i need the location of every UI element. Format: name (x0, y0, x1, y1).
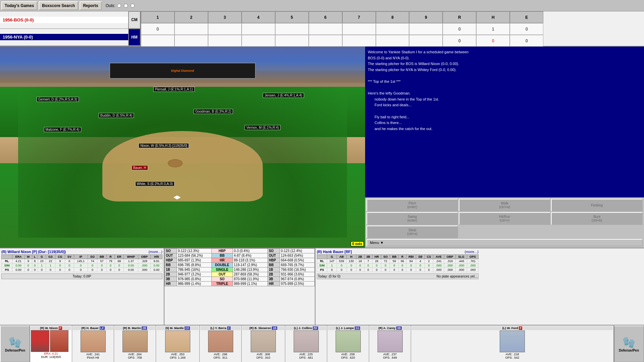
b-sim-hr: 0 (372, 263, 381, 268)
menu-button[interactable]: Menu ▼ (366, 239, 643, 246)
walk-button[interactable]: Walk (ctrl+w) (459, 199, 550, 212)
b-rl-hr: 26 (372, 259, 381, 263)
bh-rbi: RBI (406, 255, 416, 259)
pitcher-header-row: (R) Willard Nixon [P] (Dur: [119|35/0]) … (1, 250, 162, 254)
bh-obp: OBP (444, 255, 456, 259)
mantle-ops: OPS: 1.169 (170, 356, 186, 359)
defense-pen-left[interactable]: 🧤 Defense/Pen (0, 325, 30, 362)
b-sim-cs: 0 (425, 263, 433, 268)
b-rl-2b: 18 (356, 259, 364, 263)
right-panel: Welcome to Yankee Stadium I for a schedu… (365, 47, 644, 248)
p-rl-ip: 145.1 (74, 259, 88, 263)
lumpe-ave: AVE: .258 (341, 353, 355, 356)
hm-button[interactable]: HM (128, 29, 140, 46)
pitcher-more[interactable]: (more...) (148, 250, 162, 254)
nya-team-name: 1956-NYA (0-0) (0, 34, 128, 40)
p-ps-label: PS (2, 268, 12, 272)
nya-inn-3 (208, 35, 242, 47)
stadium-score-display: Digital Diamond (171, 69, 194, 72)
player-piersall: Piersall, J (E:1%,R:1,A:1) (153, 87, 195, 92)
collins-ave: AVE: .225 (299, 353, 313, 356)
inn-header-R: R (443, 11, 476, 23)
inn-header-9: 9 (409, 11, 443, 23)
berra-photo (208, 330, 233, 352)
bos-inn-2 (175, 23, 208, 35)
pitch-prob-panel: SO0-122 (12.3%)HBP0-3 (0.4%)SO0-123 (12.… (164, 248, 315, 325)
nya-inn-5 (275, 35, 309, 47)
nya-score-r: 0 (443, 35, 476, 47)
nya-team-row: 1956-NYA (0-0) HM (0, 29, 140, 46)
b-sim-h: 0 (346, 263, 356, 268)
bos-inn-3 (208, 23, 242, 35)
p-ps-so: 0 (88, 268, 97, 272)
reports-button[interactable]: Reports (80, 1, 101, 10)
cm-button[interactable]: CM (128, 11, 140, 28)
b-ps-h: 0 (346, 268, 356, 272)
ph-bb: BB (97, 255, 107, 259)
batter-stats-table: G AB H 2B 3B HR SO BB R RBI SB CS AVE OB… (317, 254, 479, 272)
p-sim-whip: 0.00 (124, 263, 138, 268)
nixon-photo2 (50, 330, 68, 352)
b-rl-3b: 7 (364, 259, 372, 263)
fielding-button[interactable]: Fielding (551, 199, 643, 212)
boxscore-search-button[interactable]: Boxscore Search (39, 1, 78, 10)
batter-rl-row: RL 147 539 130 18 7 26 72 59 96 84 4 2 .… (317, 259, 479, 263)
lumpe-ops: OPS: .620 (341, 356, 355, 359)
collins-photo (294, 330, 319, 352)
p-ps-bb: 0 (97, 268, 107, 272)
ph-ip: IP (74, 255, 88, 259)
score-area: 1956-BOS (0-0) CM 1956-NYA (0-0) HM 1 2 … (0, 11, 644, 47)
player-goodman: Goodman, B (E:3%,R:2) (194, 109, 233, 114)
commentary-panel: Welcome to Yankee Stadium I for a schedu… (365, 47, 478, 197)
pitch-button[interactable]: Pitch (enter) (366, 199, 458, 212)
p-rl-w: 9 (24, 259, 32, 263)
b-rl-cs: 2 (425, 259, 433, 263)
bauer-ave: AVE: .241 (86, 353, 100, 356)
inn-header-3: 3 (208, 11, 242, 23)
b-rl-bb: 59 (390, 259, 399, 263)
inn-header-7: 7 (342, 11, 376, 23)
action-grid: Pitch (enter) Walk (ctrl+w) Fielding Swi… (366, 199, 643, 238)
p-ps-cg: 0 (55, 268, 65, 272)
bh-so: SO (381, 255, 390, 259)
innings-grid: 1 2 3 4 5 6 7 8 9 R H E 0 0 1 0 (141, 11, 644, 46)
bh-h: H (346, 255, 356, 259)
defense-pen-right[interactable]: 🧤 Defense/Pen (614, 325, 644, 362)
ph-er: ER (115, 255, 124, 259)
bos-team-row: 1956-BOS (0-0) CM (0, 11, 140, 29)
hitrun-button[interactable]: Hit/Run (ctrl+r) (459, 212, 550, 225)
p-sim-obp: .000 (138, 263, 151, 268)
b-rl-h: 130 (346, 259, 356, 263)
swing-button[interactable]: Swing (enter) (366, 212, 458, 225)
carey-name-tag: (R) A. Carey 3B (370, 326, 410, 330)
ph-r: R (107, 255, 115, 259)
inn-header-8: 8 (376, 11, 409, 23)
bh-g: G (327, 255, 337, 259)
batter-headers: G AB H 2B 3B HR SO BB R RBI SB CS AVE OB… (317, 255, 479, 259)
todays-games-button[interactable]: Today's Games (1, 1, 37, 10)
b-rl-obp: .316 (444, 259, 456, 263)
ph-so: SO (88, 255, 97, 259)
p-rl-gs: 22 (46, 259, 55, 263)
bh-sb: SB (416, 255, 425, 259)
player-white: White, S (E:2%,R:3,A:3) (135, 181, 175, 186)
out-circle-1 (117, 4, 121, 8)
batter-today-row: Today: (0 for 0) No plate appearances ye… (317, 274, 479, 279)
batter-stats-panel: (R) Hank Bauer [RF] (more...) G AB H 2B … (315, 248, 480, 325)
batter-no-pa: No plate appearances yet... (437, 275, 478, 278)
martin-photo (122, 330, 148, 352)
b-rl-rbi: 84 (406, 259, 416, 263)
b-ps-rbi: 0 (406, 268, 416, 272)
p-sim-w: 0 (24, 263, 32, 268)
skowron-name-tag: (R) B. Skowron 1B (242, 326, 284, 330)
action-panel: Pitch (enter) Walk (ctrl+w) Fielding Swi… (365, 197, 644, 248)
batter-more[interactable]: (more...) (464, 250, 479, 254)
glove-icon-left: 🧤 (8, 336, 22, 349)
inn-header-6: 6 (309, 11, 342, 23)
comm-intro: Welcome to Yankee Stadium I for a schedu… (368, 49, 475, 61)
skowron-ave: AVE: .308 (257, 353, 270, 356)
bos-inn-4 (242, 23, 275, 35)
bunt-button[interactable]: Bunt (ctrl+b) (551, 212, 643, 225)
steal-button[interactable]: Steal (ctrl+s) (366, 226, 458, 238)
comm-line-3: Ford kicks and deals... (375, 102, 475, 108)
